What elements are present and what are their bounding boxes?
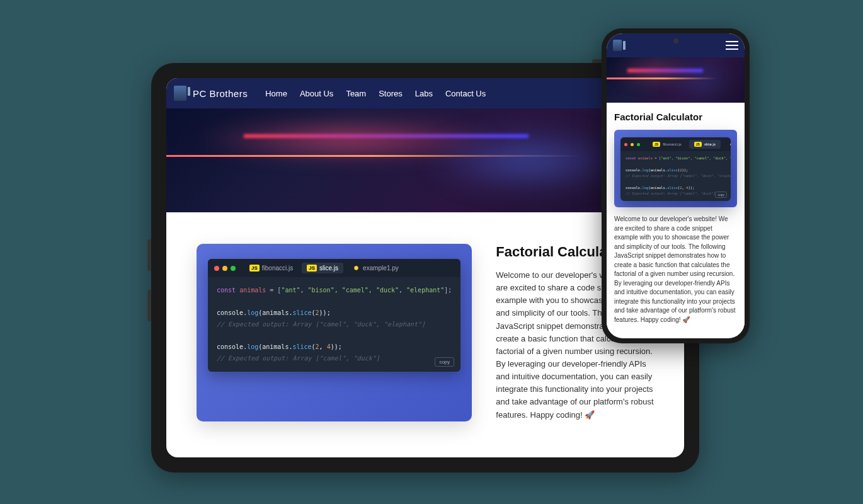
nav-home[interactable]: Home [265, 89, 287, 98]
editor-tabs: JS fibonacci.js JS slice.js ⬢ example1.p… [620, 137, 731, 151]
close-icon[interactable] [624, 143, 627, 146]
window-controls [624, 143, 640, 146]
code-line [626, 179, 726, 185]
article-text: Factorial Calculator [614, 112, 737, 122]
close-icon[interactable] [214, 266, 219, 271]
tab-label: example1.py [363, 265, 399, 272]
js-badge-icon: JS [694, 142, 702, 147]
copy-button[interactable]: copy [435, 357, 454, 367]
maximize-icon[interactable] [231, 266, 236, 271]
code-comment: // Expected output: Array ["camel", "duc… [217, 353, 452, 364]
brand-name: PC Brothers [193, 88, 248, 99]
code-line: console.log(animals.slice(2, 4)); [626, 185, 726, 191]
tab-fibonacci[interactable]: JS fibonacci.js [648, 140, 687, 149]
code-comment: // Expected output: Array ["camel", "duc… [217, 319, 452, 330]
tab-slice[interactable]: JS slice.js [302, 263, 343, 273]
python-icon: ⬢ [352, 265, 360, 272]
tab-label: slice.js [704, 142, 716, 146]
copy-button[interactable]: copy [715, 192, 727, 198]
hero-image [607, 57, 745, 103]
python-icon: ⬢ [728, 142, 731, 147]
phone-device: Factorial Calculator JS fibonacci.js [602, 28, 750, 343]
hero-decoration [244, 134, 529, 138]
code-snippet-card: JS fibonacci.js JS slice.js ⬢ example1.p… [614, 130, 737, 207]
js-badge-icon: JS [249, 265, 260, 272]
main-content-mobile: Factorial Calculator JS fibonacci.js [607, 103, 745, 333]
js-badge-icon: JS [307, 265, 317, 272]
code-editor-window: JS fibonacci.js JS slice.js ⬢ example1.p… [208, 259, 460, 372]
logo-icon [174, 86, 186, 101]
editor-tabs: JS fibonacci.js JS slice.js ⬢ example1.p… [208, 259, 460, 277]
navbar-mobile [607, 33, 745, 57]
nav-team[interactable]: Team [346, 89, 366, 98]
code-body[interactable]: const animals = ["ant", "bison", "camel"… [620, 151, 731, 201]
brand-logo[interactable]: PC Brothers [174, 86, 248, 101]
minimize-icon[interactable] [631, 143, 634, 146]
code-line [217, 330, 452, 341]
code-body[interactable]: const animals = ["ant", "bison", "camel"… [208, 277, 460, 372]
article-body: Welcome to our developer's website! We a… [614, 215, 737, 324]
maximize-icon[interactable] [637, 143, 640, 146]
tab-example[interactable]: ⬢ example1.py [723, 140, 731, 149]
nav-links: Home About Us Team Stores Labs Contact U… [265, 89, 486, 98]
nav-about[interactable]: About Us [300, 89, 333, 98]
code-line: console.log(animals.slice(2, 4)); [217, 341, 452, 353]
code-comment: // Expected output: Array ["camel", "duc… [626, 191, 726, 197]
tab-example[interactable]: ⬢ example1.py [347, 263, 404, 273]
brand-logo[interactable] [613, 40, 622, 51]
window-controls [214, 266, 236, 271]
code-line [626, 161, 726, 167]
hero-decoration [607, 77, 745, 79]
tab-label: fibonacci.js [262, 265, 293, 272]
code-line: console.log(animals.slice(2)); [217, 307, 452, 319]
code-line: const animals = ["ant", "bison", "camel"… [626, 156, 726, 161]
nav-stores[interactable]: Stores [379, 89, 403, 98]
nav-labs[interactable]: Labs [415, 89, 433, 98]
code-line: console.log(animals.slice(2)); [626, 168, 726, 173]
code-line [217, 296, 452, 307]
hamburger-menu-icon[interactable] [726, 41, 738, 50]
code-line: const animals = ["ant", "bison", "camel"… [217, 285, 452, 296]
code-editor-window: JS fibonacci.js JS slice.js ⬢ example1.p… [620, 137, 731, 201]
tab-slice[interactable]: JS slice.js [689, 140, 721, 149]
minimize-icon[interactable] [222, 266, 227, 271]
tab-label: fibonacci.js [663, 142, 682, 146]
phone-screen: Factorial Calculator JS fibonacci.js [607, 33, 745, 338]
article-text: Welcome to our developer's website! We a… [614, 215, 737, 324]
code-snippet-card: JS fibonacci.js JS slice.js ⬢ example1.p… [197, 244, 472, 421]
nav-contact[interactable]: Contact Us [445, 89, 486, 98]
tab-label: slice.js [319, 265, 338, 272]
code-comment: // Expected output: Array ["camel", "duc… [626, 173, 726, 179]
article-title: Factorial Calculator [614, 112, 737, 122]
tab-fibonacci[interactable]: JS fibonacci.js [244, 263, 298, 273]
hero-decoration [627, 69, 703, 72]
logo-icon [613, 40, 622, 51]
js-badge-icon: JS [653, 142, 660, 147]
